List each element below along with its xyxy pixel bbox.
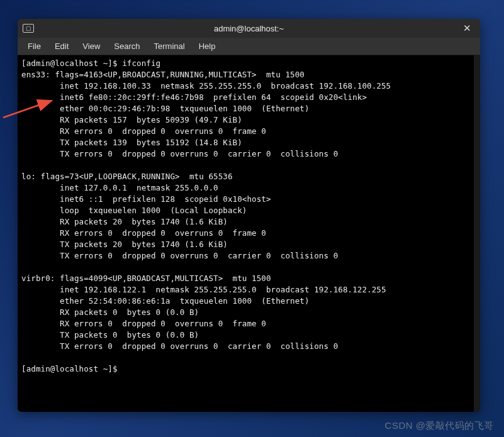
command1: ifconfig [122,58,160,68]
menubar: File Edit View Search Terminal Help [18,38,480,55]
titlebar[interactable]: ▢ admin@localhost:~ ✕ [18,19,480,38]
terminal-body[interactable]: [admin@localhost ~]$ ifconfig ens33: fla… [18,55,480,412]
menu-view[interactable]: View [76,39,106,53]
menu-terminal[interactable]: Terminal [148,39,191,53]
watermark: CSDN @爱敲代码的飞哥 [385,420,494,432]
menu-file[interactable]: File [21,39,47,53]
terminal-output: [admin@localhost ~]$ ifconfig ens33: fla… [21,58,476,375]
terminal-window: ▢ admin@localhost:~ ✕ File Edit View Sea… [18,19,480,412]
terminal-icon: ▢ [23,24,34,33]
prompt1: [admin@localhost ~]$ [21,58,122,68]
close-button[interactable]: ✕ [459,21,475,35]
prompt2: [admin@localhost ~]$ [21,364,122,373]
scrollbar[interactable] [474,55,480,412]
window-title: admin@localhost:~ [18,24,480,33]
menu-help[interactable]: Help [193,39,222,53]
menu-search[interactable]: Search [108,39,146,53]
menu-edit[interactable]: Edit [48,39,75,53]
ifconfig-output: ens33: flags=4163<UP,BROADCAST,RUNNING,M… [21,70,391,351]
